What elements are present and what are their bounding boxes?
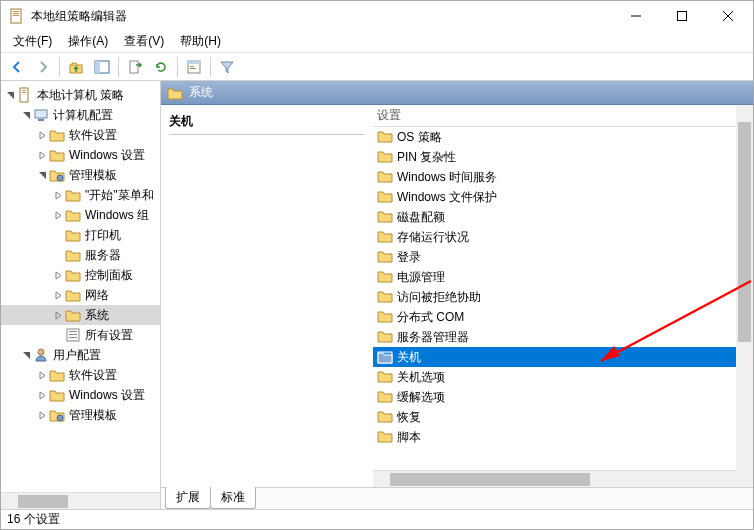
tree-admin-templates[interactable]: 管理模板 bbox=[1, 165, 160, 185]
column-header[interactable]: 设置 bbox=[373, 105, 753, 127]
tab-strip: 扩展 标准 bbox=[161, 487, 753, 509]
tree-user-admin[interactable]: 管理模板 bbox=[1, 405, 160, 425]
collapse-icon[interactable] bbox=[35, 171, 49, 180]
status-bar: 16 个设置 bbox=[1, 509, 753, 529]
tree-item-icon bbox=[65, 287, 81, 303]
expand-icon[interactable] bbox=[51, 291, 65, 300]
filter-button[interactable] bbox=[215, 55, 239, 79]
tree-system[interactable]: 系统 bbox=[1, 305, 160, 325]
expand-icon[interactable] bbox=[35, 411, 49, 420]
svg-rect-5 bbox=[678, 12, 687, 21]
collapse-icon[interactable] bbox=[19, 111, 33, 120]
tree-item-label: Windows 设置 bbox=[69, 147, 145, 164]
folder-icon bbox=[377, 208, 397, 227]
menu-file[interactable]: 文件(F) bbox=[5, 31, 60, 52]
collapse-icon[interactable] bbox=[19, 351, 33, 360]
svg-rect-25 bbox=[69, 337, 77, 338]
list-item[interactable]: 访问被拒绝协助 bbox=[373, 287, 753, 307]
tree-user-software[interactable]: 软件设置 bbox=[1, 365, 160, 385]
tab-standard[interactable]: 标准 bbox=[210, 487, 256, 509]
tree-start-menu[interactable]: "开始"菜单和 bbox=[1, 185, 160, 205]
tree-computer-config[interactable]: 计算机配置 bbox=[1, 105, 160, 125]
list-item[interactable]: 恢复 bbox=[373, 407, 753, 427]
tree-item-icon bbox=[17, 87, 33, 103]
list-item[interactable]: 分布式 COM bbox=[373, 307, 753, 327]
scrollbar-thumb[interactable] bbox=[18, 495, 68, 508]
collapse-icon[interactable] bbox=[3, 91, 17, 100]
folder-icon bbox=[167, 85, 183, 101]
tree-software-settings[interactable]: 软件设置 bbox=[1, 125, 160, 145]
close-button[interactable] bbox=[705, 1, 751, 31]
menu-action[interactable]: 操作(A) bbox=[60, 31, 116, 52]
menu-help[interactable]: 帮助(H) bbox=[172, 31, 229, 52]
back-button[interactable] bbox=[5, 55, 29, 79]
tree-user-config[interactable]: 用户配置 bbox=[1, 345, 160, 365]
list-item-label: PIN 复杂性 bbox=[397, 149, 456, 166]
expand-icon[interactable] bbox=[35, 391, 49, 400]
refresh-button[interactable] bbox=[149, 55, 173, 79]
tree-all-settings[interactable]: 所有设置 bbox=[1, 325, 160, 345]
properties-button[interactable] bbox=[182, 55, 206, 79]
tab-extended[interactable]: 扩展 bbox=[165, 487, 211, 509]
list-item[interactable]: Windows 时间服务 bbox=[373, 167, 753, 187]
tree-root[interactable]: 本地计算机 策略 bbox=[1, 85, 160, 105]
list-item-label: 恢复 bbox=[397, 409, 421, 426]
list-item-label: 脚本 bbox=[397, 429, 421, 446]
tree-network[interactable]: 网络 bbox=[1, 285, 160, 305]
folder-icon bbox=[377, 388, 397, 407]
tree-server[interactable]: 服务器 bbox=[1, 245, 160, 265]
list-item[interactable]: 存储运行状况 bbox=[373, 227, 753, 247]
list-item[interactable]: 服务器管理器 bbox=[373, 327, 753, 347]
tree-item-label: 计算机配置 bbox=[53, 107, 113, 124]
list-item[interactable]: 关机选项 bbox=[373, 367, 753, 387]
list-item[interactable]: 脚本 bbox=[373, 427, 753, 447]
menu-view[interactable]: 查看(V) bbox=[116, 31, 172, 52]
tree-control-panel[interactable]: 控制面板 bbox=[1, 265, 160, 285]
tree-user-windows[interactable]: Windows 设置 bbox=[1, 385, 160, 405]
list-item[interactable]: PIN 复杂性 bbox=[373, 147, 753, 167]
list-h-scrollbar[interactable] bbox=[373, 470, 753, 487]
tree-printers[interactable]: 打印机 bbox=[1, 225, 160, 245]
list-item[interactable]: OS 策略 bbox=[373, 127, 753, 147]
expand-icon[interactable] bbox=[51, 211, 65, 220]
show-hide-tree-button[interactable] bbox=[90, 55, 114, 79]
list-v-scrollbar[interactable] bbox=[736, 105, 753, 487]
list-item[interactable]: 磁盘配额 bbox=[373, 207, 753, 227]
list-item[interactable]: 登录 bbox=[373, 247, 753, 267]
expand-icon[interactable] bbox=[51, 271, 65, 280]
list-item[interactable]: 缓解选项 bbox=[373, 387, 753, 407]
column-header-label: 设置 bbox=[377, 107, 401, 124]
tree-windows-components[interactable]: Windows 组 bbox=[1, 205, 160, 225]
folder-icon bbox=[377, 368, 397, 387]
forward-button[interactable] bbox=[31, 55, 55, 79]
up-button[interactable] bbox=[64, 55, 88, 79]
expand-icon[interactable] bbox=[35, 131, 49, 140]
tree-item-icon bbox=[49, 147, 65, 163]
list-item[interactable]: Windows 文件保护 bbox=[373, 187, 753, 207]
expand-icon[interactable] bbox=[35, 371, 49, 380]
expand-icon[interactable] bbox=[51, 191, 65, 200]
scrollbar-thumb[interactable] bbox=[390, 473, 590, 486]
tree-h-scrollbar[interactable] bbox=[1, 492, 160, 509]
tree-item-label: "开始"菜单和 bbox=[85, 187, 154, 204]
expand-icon[interactable] bbox=[35, 151, 49, 160]
scrollbar-thumb[interactable] bbox=[738, 122, 751, 342]
expand-icon[interactable] bbox=[51, 311, 65, 320]
folder-icon bbox=[377, 308, 397, 327]
svg-rect-11 bbox=[130, 61, 138, 73]
tree-windows-settings[interactable]: Windows 设置 bbox=[1, 145, 160, 165]
tree-item-icon bbox=[65, 207, 81, 223]
tree-item-label: 用户配置 bbox=[53, 347, 101, 364]
menu-bar: 文件(F) 操作(A) 查看(V) 帮助(H) bbox=[1, 31, 753, 53]
tree-item-icon bbox=[49, 367, 65, 383]
tree-item-label: 软件设置 bbox=[69, 367, 117, 384]
list-item-label: 关机选项 bbox=[397, 369, 445, 386]
tree[interactable]: 本地计算机 策略计算机配置软件设置Windows 设置管理模板"开始"菜单和Wi… bbox=[1, 85, 160, 492]
export-button[interactable] bbox=[123, 55, 147, 79]
list-item[interactable]: 关机 bbox=[373, 347, 753, 367]
minimize-button[interactable] bbox=[613, 1, 659, 31]
maximize-button[interactable] bbox=[659, 1, 705, 31]
list-item-label: Windows 时间服务 bbox=[397, 169, 497, 186]
list-item[interactable]: 电源管理 bbox=[373, 267, 753, 287]
main-area: 本地计算机 策略计算机配置软件设置Windows 设置管理模板"开始"菜单和Wi… bbox=[1, 81, 753, 509]
